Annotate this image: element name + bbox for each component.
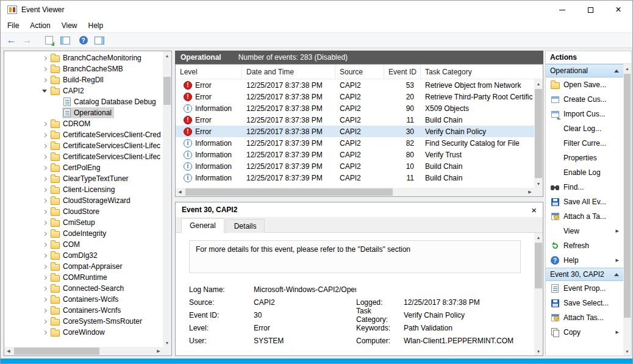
toolbar-back-button[interactable] bbox=[4, 34, 19, 47]
scroll-right-icon[interactable]: ▶ bbox=[526, 188, 534, 196]
expander-icon[interactable] bbox=[40, 199, 49, 202]
action-find[interactable]: Find... bbox=[546, 180, 623, 194]
tree-item-cloudstoragewizard[interactable]: CloudStorageWizard bbox=[4, 195, 163, 206]
event-list-vertical-scrollbar[interactable]: ▲ ▼ bbox=[534, 79, 543, 188]
toolbar-export-list-button[interactable] bbox=[41, 34, 57, 47]
scroll-left-icon[interactable]: ◀ bbox=[176, 188, 184, 196]
action-help[interactable]: Help▶ bbox=[546, 253, 623, 268]
action-event-prop[interactable]: Event Prop... bbox=[546, 281, 623, 296]
scroll-up-icon[interactable]: ▲ bbox=[534, 233, 543, 241]
expander-icon[interactable] bbox=[40, 221, 49, 224]
column-header-date-and-time[interactable]: Date and Time bbox=[242, 65, 335, 79]
action-enable-log[interactable]: Enable Log bbox=[546, 165, 623, 180]
action-filter-curre[interactable]: Filter Curre... bbox=[546, 136, 623, 151]
tree-hscroll-thumb[interactable] bbox=[14, 348, 99, 355]
action-save-all-ev[interactable]: Save All Ev... bbox=[546, 194, 623, 209]
tree-item-branchcachesmb[interactable]: BranchCacheSMB bbox=[4, 63, 163, 74]
column-header-task-category[interactable]: Task Category bbox=[421, 65, 534, 79]
expander-icon[interactable] bbox=[40, 188, 49, 191]
event-row-7[interactable]: Information12/25/2017 8:37:39 PMCAPI210B… bbox=[176, 160, 534, 172]
tree-scroll-thumb[interactable] bbox=[163, 77, 171, 105]
preview-scroll-track[interactable] bbox=[534, 241, 543, 347]
expander-icon[interactable] bbox=[40, 166, 49, 170]
expander-icon[interactable] bbox=[40, 320, 49, 323]
expander-icon[interactable] bbox=[40, 309, 49, 312]
tree-item-corewindow[interactable]: CoreWindow bbox=[4, 327, 163, 338]
scroll-up-icon[interactable]: ▲ bbox=[623, 64, 631, 73]
expander-icon[interactable] bbox=[40, 243, 49, 246]
event-row-6[interactable]: Information12/25/2017 8:37:39 PMCAPI280V… bbox=[176, 149, 534, 160]
action-open-save[interactable]: Open Save... bbox=[546, 77, 623, 92]
action-view[interactable]: View▶ bbox=[546, 224, 623, 238]
expander-icon[interactable] bbox=[40, 254, 49, 257]
action-refresh[interactable]: Refresh bbox=[546, 238, 623, 253]
menu-view[interactable]: View bbox=[56, 20, 83, 32]
tree-vertical-scrollbar[interactable]: ▲ ▼ bbox=[163, 51, 171, 347]
scroll-up-icon[interactable]: ▲ bbox=[163, 51, 171, 60]
actions-scrollbar[interactable]: ▲ ▼ bbox=[623, 64, 631, 355]
preview-close-button[interactable]: × bbox=[531, 205, 537, 215]
tree-item-cmisetup[interactable]: CmiSetup bbox=[4, 217, 163, 228]
menu-action[interactable]: Action bbox=[24, 20, 55, 32]
event-row-3[interactable]: Error12/25/2017 8:37:38 PMCAPI211Build C… bbox=[176, 114, 534, 126]
scroll-down-icon[interactable]: ▼ bbox=[534, 347, 543, 355]
expander-icon[interactable] bbox=[40, 276, 49, 279]
column-header-source[interactable]: Source bbox=[335, 65, 384, 79]
action-properties[interactable]: Properties bbox=[546, 151, 623, 165]
tree-item-operational[interactable]: Operational bbox=[4, 107, 163, 118]
expander-icon[interactable] bbox=[40, 123, 49, 126]
column-header-level[interactable]: Level bbox=[176, 65, 242, 79]
expander-icon[interactable] bbox=[40, 68, 49, 71]
expander-icon[interactable] bbox=[40, 298, 49, 301]
scroll-down-icon[interactable]: ▼ bbox=[163, 338, 171, 347]
expander-icon[interactable] bbox=[40, 287, 49, 290]
expander-icon[interactable] bbox=[40, 134, 49, 137]
tree-item-build-regdll[interactable]: Build-RegDll bbox=[4, 74, 163, 85]
actions-scroll-track[interactable] bbox=[623, 73, 631, 347]
expander-icon[interactable] bbox=[40, 210, 49, 213]
scroll-up-icon[interactable]: ▲ bbox=[534, 79, 543, 88]
event-row-8[interactable]: Information12/25/2017 8:37:39 PMCAPI211B… bbox=[176, 172, 534, 184]
tree-horizontal-scrollbar[interactable]: ◀ ▶ bbox=[4, 347, 163, 355]
menu-help[interactable]: Help bbox=[83, 20, 109, 32]
event-row-4[interactable]: Error12/25/2017 8:37:38 PMCAPI230Verify … bbox=[176, 126, 534, 137]
preview-vertical-scrollbar[interactable]: ▲ ▼ bbox=[534, 233, 543, 355]
expander-icon[interactable] bbox=[40, 155, 49, 159]
event-list-hscroll-thumb[interactable] bbox=[185, 188, 393, 196]
event-list-scroll-track[interactable] bbox=[534, 88, 543, 179]
tree-item-capi2[interactable]: CAPI2 bbox=[4, 85, 163, 96]
tree-item-certificateservicesclient-lifec[interactable]: CertificateServicesClient-Lifec bbox=[4, 140, 163, 151]
action-attach-tas[interactable]: Attach Tas... bbox=[546, 310, 623, 325]
tree-item-com[interactable]: COM bbox=[4, 239, 163, 250]
tree-item-certificateservicesclient-lifec[interactable]: CertificateServicesClient-Lifec bbox=[4, 151, 163, 162]
tree-item-compat-appraiser[interactable]: Compat-Appraiser bbox=[4, 261, 163, 272]
toolbar-help-button[interactable] bbox=[76, 34, 91, 47]
event-row-1[interactable]: Error12/25/2017 8:37:38 PMCAPI220Retriev… bbox=[176, 91, 534, 102]
event-row-2[interactable]: Information12/25/2017 8:37:38 PMCAPI290X… bbox=[176, 102, 534, 114]
minimize-button[interactable] bbox=[548, 1, 576, 19]
tree-item-cleartypetexttuner[interactable]: ClearTypeTextTuner bbox=[4, 173, 163, 184]
column-header-event-id[interactable]: Event ID bbox=[384, 65, 421, 79]
event-list-hscroll-track[interactable] bbox=[184, 188, 526, 196]
expander-icon[interactable] bbox=[40, 145, 49, 148]
toolbar-show-console-tree-button[interactable] bbox=[57, 34, 73, 47]
actions-scroll-thumb[interactable] bbox=[624, 74, 631, 318]
expander-icon[interactable] bbox=[40, 232, 49, 235]
scroll-down-icon[interactable]: ▼ bbox=[534, 179, 543, 188]
action-attach-a-ta[interactable]: Attach a Ta... bbox=[546, 209, 623, 224]
preview-scroll-thumb[interactable] bbox=[535, 243, 542, 288]
action-copy[interactable]: Copy▶ bbox=[546, 325, 623, 340]
scroll-down-icon[interactable]: ▼ bbox=[623, 347, 631, 355]
tree-scroll-track[interactable] bbox=[163, 60, 171, 338]
toolbar-show-action-pane-button[interactable] bbox=[91, 34, 107, 47]
tree-item-comdlg32[interactable]: ComDlg32 bbox=[4, 250, 163, 261]
expander-icon[interactable] bbox=[40, 265, 49, 268]
toolbar-forward-button[interactable] bbox=[20, 34, 35, 47]
tree-item-branchcachemonitoring[interactable]: BranchCacheMonitoring bbox=[4, 52, 163, 63]
expander-icon[interactable] bbox=[40, 90, 49, 93]
maximize-button[interactable] bbox=[576, 1, 604, 19]
tab-details[interactable]: Details bbox=[226, 219, 265, 233]
expander-icon[interactable] bbox=[40, 331, 49, 334]
tree-item-certificateservicesclient-cred[interactable]: CertificateServicesClient-Cred bbox=[4, 129, 163, 140]
event-row-0[interactable]: Error12/25/2017 8:37:38 PMCAPI253Retriev… bbox=[176, 79, 534, 91]
